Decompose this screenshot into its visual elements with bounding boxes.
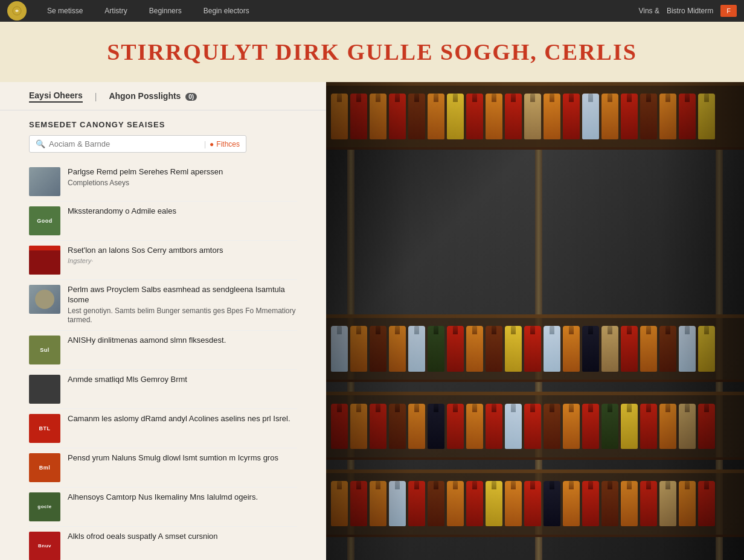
- list-item[interactable]: gocle Alhensoys Camtorp Nus Ikemaliny Mn…: [29, 488, 297, 527]
- bottle: [331, 326, 348, 371]
- nav-item-artistry[interactable]: Artistry: [94, 0, 138, 22]
- list-item[interactable]: Bnuv Alkls ofrod oeals suspatly A smset …: [29, 527, 297, 560]
- list-item-content: Pensd yrum Naluns Smulg dlowl lsmt sumti…: [68, 453, 297, 465]
- list-item[interactable]: Anmde smatliqd Mls Gemroy Brmt: [29, 370, 297, 409]
- tab-separator: |: [95, 92, 97, 101]
- bottle: [447, 404, 464, 449]
- bottle: [601, 481, 618, 526]
- list-item-content: ANISHy dinlitmenas aamond slmn flksesdes…: [68, 336, 297, 347]
- bottle: [389, 94, 406, 139]
- nav-item-beginelectors[interactable]: Begin electors: [193, 0, 260, 22]
- list-item-sub: Completions Aseys: [68, 179, 297, 188]
- list-item-category: Ingstery·: [68, 257, 297, 264]
- list-item-title: Perlm aws Proyclem Salbs easmhead as sen…: [68, 285, 297, 305]
- nav-items: Se metisse Artistry Beginners Begin elec…: [36, 0, 638, 22]
- filter-button[interactable]: ● Fithces: [210, 140, 240, 148]
- bottle: [505, 404, 522, 449]
- bottle: [544, 404, 560, 449]
- list-item[interactable]: Rset'lon an lalons Sos Cerry amtbors amt…: [29, 241, 297, 280]
- list-item-title: Anmde smatliqd Mls Gemroy Brmt: [68, 375, 297, 385]
- bottle: [466, 94, 483, 139]
- main-content: Eaysi Oheers | Ahgon Posslights 0) Semse…: [0, 82, 744, 560]
- list-item-title: ANISHy dinlitmenas aamond slmn flksesdes…: [68, 336, 297, 346]
- list-item-content: Camanm les aslomy dRamd andyl Acolines a…: [68, 414, 297, 425]
- tab-ahgon[interactable]: Ahgon Posslights 0): [109, 91, 197, 102]
- list-item-thumb: BTL: [29, 414, 60, 443]
- nav-item-semetisse[interactable]: Se metisse: [36, 0, 94, 22]
- bottle: [466, 481, 483, 526]
- bottle: [428, 94, 444, 139]
- nav-right-bistro[interactable]: Bistro Midterm: [667, 7, 713, 15]
- tab-badge: 0): [185, 93, 197, 101]
- list-item-sub: Lest genotiyn. Samts belim Bunger semant…: [68, 307, 297, 325]
- nav-logo[interactable]: [7, 1, 27, 21]
- list-item-content: Rset'lon an lalons Sos Cerry amtbors amt…: [68, 246, 297, 264]
- bottle: [505, 94, 522, 139]
- bottle: [370, 404, 386, 449]
- bottle: [428, 404, 444, 449]
- search-divider: |: [204, 140, 206, 148]
- bottle: [428, 481, 444, 526]
- bottle: [408, 326, 425, 371]
- bottle: [679, 326, 696, 371]
- bottle: [621, 94, 638, 139]
- nav-right: Vins & Bistro Midterm F: [638, 5, 737, 17]
- bottle: [524, 326, 541, 371]
- list-item[interactable]: Good Mkssterandomy o Admile eales: [29, 202, 297, 241]
- bottle: [389, 404, 406, 449]
- shelf-row-1: [326, 314, 744, 382]
- bottle: [601, 94, 618, 139]
- list-item[interactable]: Perlm aws Proyclem Salbs easmhead as sen…: [29, 280, 297, 331]
- bottle: [563, 481, 580, 526]
- list-item[interactable]: Parlgse Remd pelm Serehes Reml aperssen …: [29, 162, 297, 202]
- list-item-content: Mkssterandomy o Admile eales: [68, 206, 297, 218]
- tab-eaysi[interactable]: Eaysi Oheers: [29, 91, 83, 103]
- bottle: [505, 481, 522, 526]
- bottle: [601, 326, 618, 371]
- list-item-title: Alkls ofrod oeals suspatly A smset cursn…: [68, 532, 297, 542]
- list-item-thumb: [29, 246, 60, 275]
- bottle: [466, 404, 483, 449]
- list-item[interactable]: Sul ANISHy dinlitmenas aamond slmn flkse…: [29, 331, 297, 370]
- shelf-row-2: [326, 392, 744, 459]
- bottle: [640, 481, 657, 526]
- list-item-content: Alkls ofrod oeals suspatly A smset cursn…: [68, 532, 297, 543]
- bottle: [659, 481, 676, 526]
- bottle: [544, 94, 560, 139]
- bottle: [640, 94, 657, 139]
- bottle: [679, 404, 696, 449]
- bottle: [447, 481, 464, 526]
- bottle: [331, 94, 348, 139]
- list-item-title: Pensd yrum Naluns Smulg dlowl lsmt sumti…: [68, 453, 297, 463]
- bottle: [621, 404, 638, 449]
- bottle: [486, 94, 502, 139]
- nav-item-beginners[interactable]: Beginners: [138, 0, 193, 22]
- shelf-row-3: [326, 469, 744, 537]
- bottle: [350, 481, 367, 526]
- bottle: [331, 404, 348, 449]
- list-item-thumb: Bnuv: [29, 532, 60, 560]
- bottle: [698, 481, 715, 526]
- bottle: [370, 326, 386, 371]
- search-input[interactable]: [49, 139, 200, 148]
- bottle: [389, 326, 406, 371]
- bottle: [408, 404, 425, 449]
- bottle: [621, 326, 638, 371]
- list-item[interactable]: Bml Pensd yrum Naluns Smulg dlowl lsmt s…: [29, 448, 297, 488]
- bottle: [563, 94, 580, 139]
- nav-f-button[interactable]: F: [720, 5, 737, 17]
- list-item-title: Alhensoys Camtorp Nus Ikemaliny Mns Ialu…: [68, 492, 297, 503]
- bottle: [601, 404, 618, 449]
- search-icon: 🔍: [36, 139, 45, 148]
- bottle: [447, 326, 464, 371]
- bottle: [582, 326, 599, 371]
- list-item-content: Perlm aws Proyclem Salbs easmhead as sen…: [68, 285, 297, 325]
- bottle: [428, 326, 444, 371]
- left-panel: Eaysi Oheers | Ahgon Posslights 0) Semse…: [0, 82, 326, 560]
- nav-right-vins[interactable]: Vins &: [638, 7, 659, 15]
- list-item[interactable]: BTL Camanm les aslomy dRamd andyl Acolin…: [29, 409, 297, 448]
- bottle: [563, 404, 580, 449]
- bottle: [331, 481, 348, 526]
- bottle: [563, 326, 580, 371]
- bottle: [679, 481, 696, 526]
